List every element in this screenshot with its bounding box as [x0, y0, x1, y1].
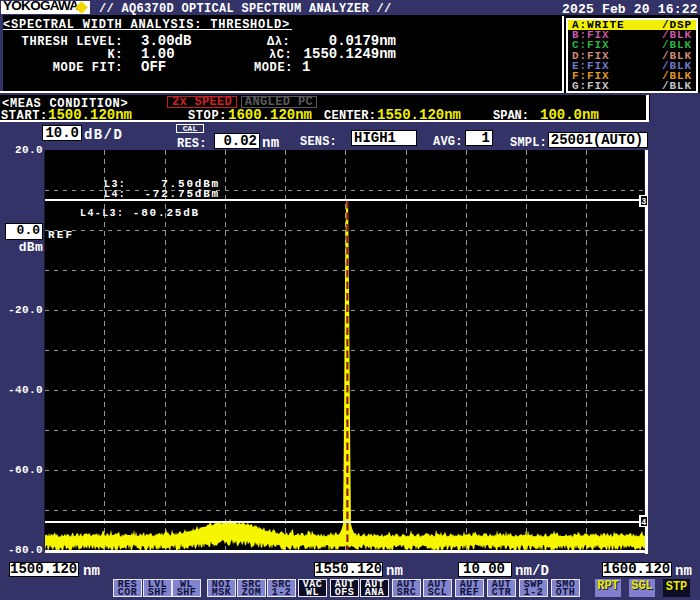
- svg-text:-80.25dB: -80.25dB: [133, 207, 200, 219]
- svg-text:REF: REF: [48, 229, 74, 241]
- svg-text:L4:: L4:: [104, 189, 126, 200]
- svg-text:4: 4: [641, 518, 646, 528]
- svg-text:-72.75dBm: -72.75dBm: [144, 188, 220, 200]
- svg-text:L4-L3:: L4-L3:: [80, 208, 124, 219]
- svg-text:3: 3: [641, 197, 646, 207]
